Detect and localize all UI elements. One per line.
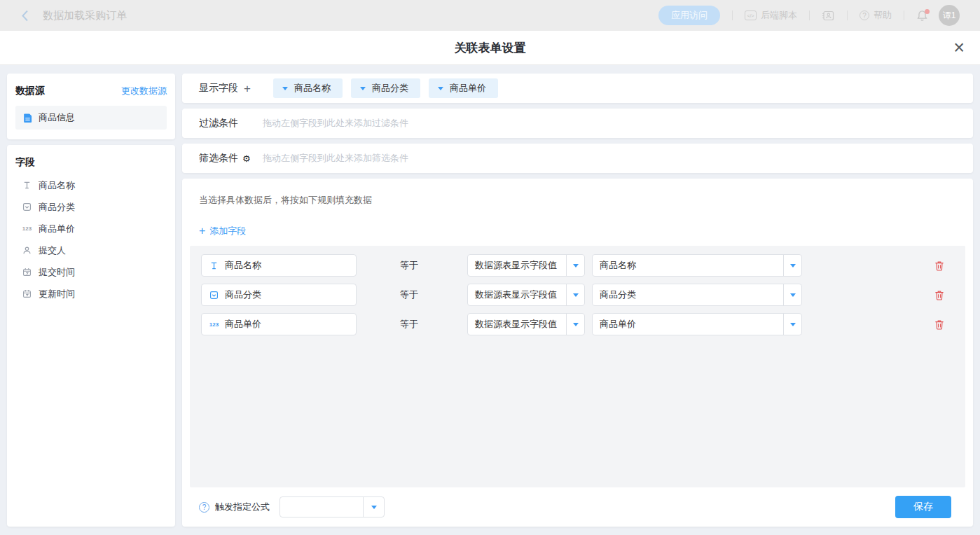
rule-field-box[interactable]: 商品分类 — [201, 284, 357, 306]
avatar[interactable]: 谭1 — [939, 5, 960, 26]
fill-rules-card: 当选择具体数据后，将按如下规则填充数据 + 添加字段 商品名称 等于 — [182, 179, 973, 527]
rule-source-select[interactable]: 数据源表显示字段值 — [467, 284, 585, 306]
add-field-label: 添加字段 — [209, 225, 246, 237]
datasource-item[interactable]: 商品信息 — [15, 106, 167, 130]
rule-value-value: 商品分类 — [593, 289, 783, 301]
divider — [809, 11, 810, 20]
main-panel: 显示字段 + 商品名称 商品分类 — [182, 74, 973, 527]
topbar: 数据加载采购订单 应用访问 </> 后端脚本 ? 帮助 谭1 — [0, 0, 980, 31]
caret-down-icon — [566, 314, 584, 335]
back-button[interactable] — [21, 10, 29, 22]
add-field-button[interactable]: + 添加字段 — [199, 225, 246, 237]
delete-rule-icon[interactable] — [934, 260, 944, 271]
field-item-label: 提交人 — [39, 244, 66, 257]
number-icon: 123 — [22, 225, 32, 232]
rule-value-value: 商品单价 — [593, 318, 783, 331]
field-item-product-category[interactable]: 商品分类 — [15, 196, 167, 218]
rule-field-label: 商品单价 — [225, 318, 261, 331]
caret-down-icon — [783, 314, 801, 335]
datasource-card-head: 数据源 更改数据源 — [15, 85, 167, 97]
datasource-title: 数据源 — [15, 85, 45, 97]
display-field-tag[interactable]: 商品单价 — [429, 78, 498, 98]
tag-label: 商品单价 — [450, 82, 486, 95]
divider — [847, 11, 848, 20]
divider — [904, 11, 904, 20]
rule-source-value: 数据源表显示字段值 — [468, 259, 566, 272]
rule-row: 123 商品单价 等于 数据源表显示字段值 商品单价 — [201, 313, 965, 335]
notification-dot — [925, 9, 930, 14]
field-item-label: 更新时间 — [39, 288, 75, 300]
help-button[interactable]: ? 帮助 — [860, 9, 892, 22]
field-item-submitter[interactable]: 提交人 — [15, 239, 167, 261]
caret-down-icon — [783, 284, 801, 305]
display-field-tag[interactable]: 商品分类 — [351, 78, 420, 98]
app-access-button[interactable]: 应用访问 — [658, 6, 720, 25]
caret-down-icon — [363, 497, 384, 517]
rule-row: 商品分类 等于 数据源表显示字段值 商品分类 — [201, 284, 965, 306]
rule-value-select[interactable]: 商品名称 — [592, 254, 802, 277]
fields-title: 字段 — [15, 156, 167, 169]
datasource-item-label: 商品信息 — [39, 111, 75, 124]
field-item-product-name[interactable]: 商品名称 — [15, 174, 167, 196]
code-icon: </> — [745, 11, 757, 20]
rule-field-label: 商品分类 — [225, 289, 261, 301]
field-item-label: 商品分类 — [39, 201, 75, 214]
rules-footer: ? 触发指定公式 保存 — [182, 487, 973, 527]
contacts-button[interactable] — [822, 10, 835, 22]
caret-down-icon — [360, 87, 366, 90]
display-fields-row: 显示字段 + 商品名称 商品分类 — [182, 74, 973, 103]
caret-down-icon — [783, 255, 801, 276]
save-button[interactable]: 保存 — [895, 496, 951, 518]
divider — [732, 11, 733, 20]
rule-field-box[interactable]: 123 商品单价 — [201, 313, 357, 335]
trigger-formula-select[interactable] — [279, 496, 385, 517]
text-icon — [22, 181, 32, 190]
field-item-product-price[interactable]: 123 商品单价 — [15, 218, 167, 239]
select-icon — [209, 291, 219, 300]
delete-rule-icon[interactable] — [934, 319, 944, 330]
display-field-tag[interactable]: 商品名称 — [273, 78, 343, 98]
rule-source-value: 数据源表显示字段值 — [468, 289, 566, 301]
rule-value-select[interactable]: 商品单价 — [592, 313, 802, 335]
date-icon — [22, 289, 32, 298]
plus-icon: + — [199, 225, 205, 237]
field-item-update-time[interactable]: 更新时间 — [15, 283, 167, 305]
rule-operator: 等于 — [400, 289, 428, 301]
help-label: 帮助 — [874, 9, 892, 22]
fields-card: 字段 商品名称 商品分类 123 商品单价 — [7, 145, 175, 527]
rule-value-value: 商品名称 — [593, 259, 783, 272]
rule-source-select[interactable]: 数据源表显示字段值 — [467, 254, 585, 277]
date-icon — [22, 268, 32, 277]
modal-header: 关联表单设置 × — [0, 31, 980, 65]
field-item-label: 提交时间 — [39, 266, 75, 279]
trigger-formula-label: 触发指定公式 — [215, 501, 270, 513]
backend-script-button[interactable]: </> 后端脚本 — [745, 9, 797, 22]
rule-source-value: 数据源表显示字段值 — [468, 318, 566, 331]
field-item-submit-time[interactable]: 提交时间 — [15, 261, 167, 283]
rule-value-select[interactable]: 商品分类 — [592, 284, 802, 306]
text-icon — [209, 261, 219, 270]
add-display-field-button[interactable]: + — [244, 83, 251, 95]
rule-source-select[interactable]: 数据源表显示字段值 — [467, 313, 585, 335]
caret-down-icon — [438, 87, 443, 90]
fill-rules-hint: 当选择具体数据后，将按如下规则填充数据 — [182, 179, 973, 207]
field-list: 商品名称 商品分类 123 商品单价 提交人 — [15, 174, 167, 305]
tag-label: 商品名称 — [294, 82, 331, 95]
delete-rule-icon[interactable] — [934, 290, 944, 300]
sift-label-wrap: 筛选条件 ⚙ — [199, 152, 263, 165]
rule-field-box[interactable]: 商品名称 — [201, 254, 357, 277]
sidebar: 数据源 更改数据源 商品信息 字段 商品名称 — [7, 74, 175, 527]
modal-body: 数据源 更改数据源 商品信息 字段 商品名称 — [0, 65, 980, 535]
datasource-card: 数据源 更改数据源 商品信息 — [7, 74, 175, 139]
filter-dropzone[interactable]: 拖动左侧字段到此处来添加过滤条件 — [263, 117, 408, 130]
rule-operator: 等于 — [400, 318, 428, 331]
change-datasource-link[interactable]: 更改数据源 — [121, 85, 167, 97]
sift-dropzone[interactable]: 拖动左侧字段到此处来添加筛选条件 — [263, 152, 408, 165]
chevron-left-icon — [21, 10, 29, 22]
modal-title: 关联表单设置 — [455, 40, 526, 56]
notification-bell-icon[interactable] — [916, 10, 928, 22]
gear-icon[interactable]: ⚙ — [242, 154, 251, 163]
caret-down-icon — [566, 255, 584, 276]
help-circle-icon[interactable]: ? — [199, 502, 209, 513]
close-icon[interactable]: × — [953, 39, 965, 57]
